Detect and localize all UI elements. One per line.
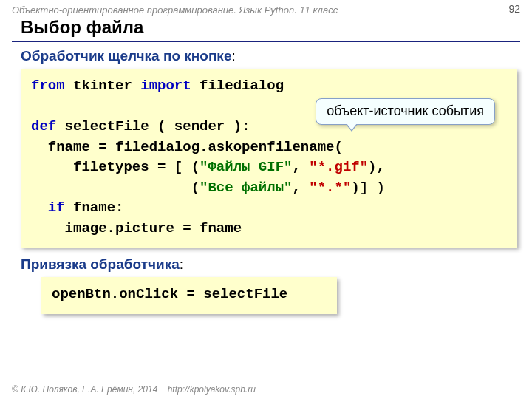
section-handler-label: Обработчик щелчка по кнопке:	[0, 47, 532, 69]
keyword-import: import	[140, 78, 191, 94]
string-literal: "*.*"	[309, 180, 351, 196]
callout-tail-icon	[346, 124, 358, 132]
code-text: tkinter	[65, 78, 141, 94]
code-text: fname:	[65, 200, 124, 216]
code-text: filedialog	[191, 78, 284, 94]
footer: © К.Ю. Поляков, Е.А. Ерёмин, 2014 http:/…	[12, 384, 256, 395]
page-title: Выбор файла	[0, 16, 532, 41]
code-block-handler: from tkinter import filedialog def selec…	[21, 69, 517, 248]
page-number: 92	[508, 3, 520, 15]
code-text: ,	[292, 180, 309, 196]
callout-text: объект-источник события	[327, 103, 484, 118]
code-text	[31, 200, 48, 216]
keyword-def: def	[31, 118, 56, 134]
callout-box: объект-источник события	[316, 98, 495, 125]
header-context: Объектно-ориентированное программировани…	[0, 0, 532, 16]
code-text: (	[31, 180, 200, 196]
section-handler-text: Обработчик щелчка по кнопке	[21, 48, 231, 64]
code-text: fname = filedialog.askopenfilename(	[31, 139, 343, 155]
keyword-if: if	[48, 200, 65, 216]
keyword-from: from	[31, 78, 65, 94]
code-text: filetypes = [ (	[31, 159, 200, 175]
footer-url: http://kpolyakov.spb.ru	[168, 384, 256, 395]
code-text: image.picture = fname	[31, 220, 242, 236]
code-block-bind: openBtn.onClick = selectFile	[41, 277, 337, 314]
footer-authors: © К.Ю. Поляков, Е.А. Ерёмин, 2014	[12, 384, 157, 395]
string-literal: "*.gif"	[309, 159, 368, 175]
title-rule	[12, 41, 520, 42]
section-bind-text: Привязка обработчика	[21, 256, 180, 272]
string-literal: "Файлы GIF"	[200, 159, 292, 175]
code-text: )] )	[351, 180, 385, 196]
code-text: ),	[368, 159, 385, 175]
code-text: ,	[292, 159, 309, 175]
section-bind-label: Привязка обработчика:	[0, 255, 532, 277]
code-text: selectFile ( sender ):	[56, 118, 250, 134]
string-literal: "Все файлы"	[200, 180, 292, 196]
code-text: openBtn.onClick = selectFile	[52, 286, 287, 302]
